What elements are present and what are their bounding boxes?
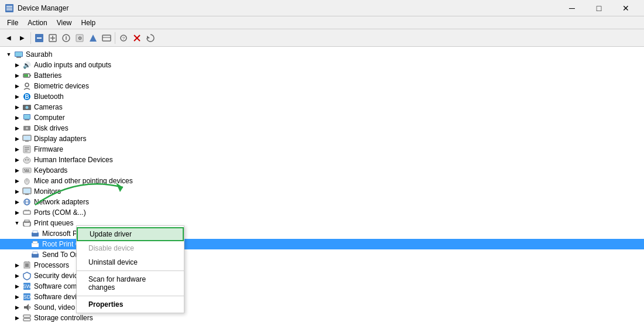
toolbar-btn1[interactable] — [33, 32, 46, 44]
svg-rect-49 — [24, 169, 25, 170]
svg-rect-51 — [28, 169, 29, 170]
context-properties[interactable]: Properties — [77, 297, 184, 311]
tree-network[interactable]: ▶ Network adapters — [0, 197, 644, 207]
close-button[interactable]: ✕ — [612, 0, 639, 16]
context-menu: Update driver Disable device Uninstall d… — [76, 225, 184, 313]
chevron-right-icon: ▶ — [13, 93, 21, 101]
tree-cameras[interactable]: ▶ Cameras — [0, 102, 644, 112]
printer-device-icon — [30, 229, 40, 238]
menu-action[interactable]: Action — [23, 18, 52, 28]
mouse-icon — [22, 176, 32, 186]
svg-rect-67 — [25, 224, 29, 226]
chevron-right-icon: ▶ — [13, 198, 21, 206]
tree-disk-drives[interactable]: ▶ Disk drives — [0, 123, 644, 133]
svg-rect-26 — [24, 74, 28, 77]
chevron-right-icon: ▶ — [13, 282, 21, 290]
toolbar-btn3[interactable] — [60, 32, 73, 44]
battery-icon — [22, 71, 32, 80]
display-label: Display adapters — [34, 135, 86, 143]
chevron-right-icon: ▶ — [13, 261, 21, 269]
context-scan-hardware[interactable]: Scan for hardware changes — [77, 272, 184, 294]
chevron-right-icon: ▶ — [13, 61, 21, 69]
svg-text:SW: SW — [23, 283, 32, 289]
tree-display[interactable]: ▶ Display adapters — [0, 133, 644, 144]
chevron-right-icon: ▶ — [13, 314, 21, 322]
chevron-right-icon: ▶ — [13, 177, 21, 185]
tree-ports[interactable]: ▶ Ports (COM &...) — [0, 207, 644, 218]
disk-icon — [22, 124, 32, 133]
menu-view[interactable]: View — [52, 18, 77, 28]
printer-device-icon — [30, 250, 40, 259]
svg-rect-57 — [23, 189, 30, 193]
chevron-down-icon: ▼ — [5, 50, 13, 59]
ports-label: Ports (COM &...) — [34, 208, 86, 217]
tree-mice[interactable]: ▶ Mice and other pointing devices — [0, 176, 644, 186]
svg-marker-13 — [90, 35, 97, 42]
chevron-right-icon: ▶ — [13, 103, 21, 111]
tree-biometric[interactable]: ▶ Biometric devices — [0, 81, 644, 91]
svg-rect-52 — [25, 171, 29, 172]
firmware-icon — [22, 145, 32, 154]
display-icon — [22, 134, 32, 143]
context-update-driver[interactable]: Update driver — [77, 227, 184, 241]
toolbar-btn4[interactable]: ⚙ — [73, 32, 86, 44]
svg-rect-48 — [23, 168, 31, 173]
svg-rect-75 — [25, 263, 29, 267]
context-disable-device[interactable]: Disable device — [77, 241, 184, 255]
svg-rect-69 — [33, 231, 37, 233]
processors-label: Processors — [34, 261, 69, 269]
main-content: ▼ Saurabh ▶ 🔊 Audio inputs and outputs ▶… — [0, 47, 644, 322]
svg-rect-71 — [33, 241, 37, 244]
toolbar-btn2[interactable] — [46, 32, 59, 44]
tree-root[interactable]: ▼ Saurabh — [0, 49, 644, 60]
svg-point-36 — [26, 127, 28, 129]
firmware-label: Firmware — [34, 145, 63, 153]
tree-firmware[interactable]: ▶ Firmware — [0, 144, 644, 155]
svg-rect-84 — [23, 315, 30, 317]
tree-storage[interactable]: ▶ Storage controllers — [0, 313, 644, 322]
tree-hid[interactable]: ▶ Human Interface Devices — [0, 155, 644, 165]
svg-point-46 — [25, 159, 26, 160]
svg-rect-23 — [15, 52, 22, 56]
menu-file[interactable]: File — [2, 18, 23, 28]
menu-help[interactable]: Help — [77, 18, 101, 28]
device-tree[interactable]: ▼ Saurabh ▶ 🔊 Audio inputs and outputs ▶… — [0, 47, 644, 322]
title-bar: Device Manager ─ □ ✕ — [0, 0, 644, 16]
biometric-icon — [22, 81, 32, 91]
maximize-button[interactable]: □ — [585, 0, 612, 16]
toolbar-btn6[interactable] — [100, 32, 113, 44]
svg-rect-38 — [25, 141, 29, 142]
keyboard-icon — [22, 166, 32, 175]
minimize-button[interactable]: ─ — [559, 0, 585, 16]
svg-point-31 — [26, 106, 29, 109]
toolbar-btn5[interactable] — [87, 32, 100, 44]
chevron-right-icon: ▶ — [13, 135, 21, 143]
computer-label: Computer — [34, 114, 65, 122]
bluetooth-label: Bluetooth — [34, 93, 64, 101]
chevron-right-icon: ▶ — [13, 187, 21, 196]
tree-batteries[interactable]: ▶ Batteries — [0, 70, 644, 81]
toolbar-back[interactable]: ◀ — [2, 32, 15, 44]
toolbar-forward[interactable]: ▶ — [16, 32, 29, 44]
printer-device-icon — [30, 239, 40, 249]
chevron-right-icon: ▶ — [13, 82, 21, 90]
mice-label: Mice and other pointing devices — [34, 177, 133, 185]
toolbar-btn8[interactable] — [131, 32, 143, 44]
tree-computer[interactable]: ▶ Computer — [0, 112, 644, 123]
app-icon — [5, 4, 14, 13]
svg-text:SD: SD — [23, 294, 31, 300]
toolbar-btn9[interactable] — [144, 32, 157, 44]
toolbar-sep1 — [30, 32, 31, 44]
toolbar-btn7[interactable]: ? — [117, 32, 130, 44]
svg-rect-50 — [26, 169, 27, 170]
context-uninstall-device[interactable]: Uninstall device — [77, 255, 184, 269]
svg-text:⚙: ⚙ — [78, 36, 82, 41]
chevron-right-icon: ▶ — [13, 272, 21, 280]
tree-bluetooth[interactable]: ▶ B Bluetooth — [0, 91, 644, 102]
tree-monitors[interactable]: ▶ Monitors — [0, 186, 644, 197]
cameras-label: Cameras — [34, 103, 63, 111]
tree-audio[interactable]: ▶ 🔊 Audio inputs and outputs — [0, 60, 644, 70]
tree-keyboards[interactable]: ▶ Keyboards — [0, 165, 644, 176]
biometric-label: Biometric devices — [34, 82, 89, 90]
disk-drives-label: Disk drives — [34, 124, 68, 132]
